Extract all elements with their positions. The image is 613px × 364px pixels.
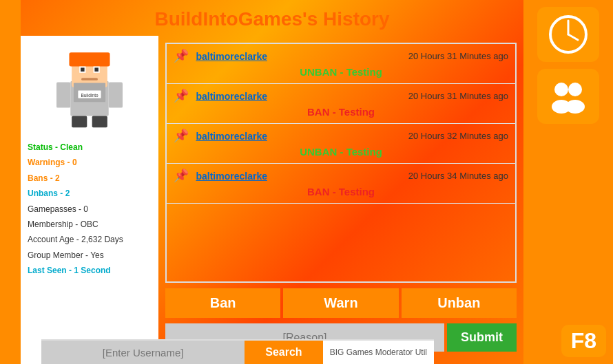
history-entry: 📌 baltimoreclarke 20 Hours 31 Minutes ag… (167, 84, 515, 124)
membership-label: Membership - OBC (28, 217, 98, 231)
history-action: BAN - Testing (174, 184, 508, 199)
submit-button[interactable]: Submit (447, 323, 517, 352)
buttons-row: Ban Warn Unban (165, 288, 517, 318)
history-entry-header: 📌 baltimoreclarke 20 Hours 31 Minutes ag… (174, 88, 508, 103)
svg-rect-2 (69, 52, 110, 66)
history-username[interactable]: baltimoreclarke (196, 91, 267, 102)
svg-point-19 (568, 83, 582, 96)
history-username[interactable]: baltimoreclarke (196, 171, 267, 182)
users-icon (537, 69, 599, 124)
history-action: BAN - Testing (174, 105, 508, 119)
f8-badge[interactable]: F8 (561, 325, 606, 357)
gamepasses-label: Gamepasses - 0 (28, 202, 88, 216)
avatar-container: BuildInto (45, 43, 134, 132)
svg-rect-9 (109, 83, 123, 108)
history-action: UNBAN - Testing (174, 144, 508, 159)
right-sidebar: F8 (523, 0, 613, 364)
svg-rect-6 (94, 67, 98, 72)
avatar: BuildInto (48, 46, 131, 129)
user-sidebar: BuildInto Status - Clean Warnings - 0 Ba… (21, 36, 158, 364)
unban-button[interactable]: Unban (402, 288, 517, 318)
ban-button[interactable]: Ban (165, 288, 280, 318)
inner-content: BuildInto Status - Clean Warnings - 0 Ba… (21, 36, 523, 364)
group-member-label: Group Member - Yes (28, 248, 104, 262)
history-entry: 📌 baltimoreclarke 20 Hours 34 Minutes ag… (167, 164, 515, 204)
history-username[interactable]: baltimoreclarke (196, 131, 267, 142)
history-entry-header: 📌 baltimoreclarke 20 Hours 32 Minutes ag… (174, 128, 508, 143)
warnings-label: Warnings - 0 (28, 156, 77, 169)
clock-icon (537, 7, 599, 62)
main-content: BuildIntoGames's History (21, 0, 523, 364)
page-title: BuildIntoGames's History (21, 0, 523, 36)
svg-rect-11 (92, 116, 107, 128)
pin-icon: 📌 (174, 89, 189, 103)
history-action: UNBAN - Testing (174, 65, 508, 79)
bans-label: Bans - 2 (28, 171, 60, 185)
svg-rect-8 (56, 83, 70, 108)
history-entry-header: 📌 baltimoreclarke 20 Hours 34 Minutes ag… (174, 168, 508, 183)
status-label: Status - Clean (28, 140, 83, 154)
util-label: BIG Games Moderator Util (323, 347, 434, 357)
history-username[interactable]: baltimoreclarke (196, 51, 267, 62)
warn-button[interactable]: Warn (283, 288, 398, 318)
pin-icon: 📌 (174, 49, 189, 63)
unbans-label: Unbans - 2 (28, 186, 70, 200)
last-seen-label: Last Seen - 1 Second (28, 264, 111, 277)
search-button[interactable]: Search (245, 341, 322, 364)
username-input[interactable] (41, 341, 245, 364)
svg-text:BuildInto: BuildInto (81, 93, 98, 98)
svg-point-18 (554, 83, 568, 96)
history-entry: 📌 baltimoreclarke 20 Hours 31 Minutes ag… (167, 44, 515, 84)
svg-rect-10 (72, 116, 87, 128)
svg-point-21 (565, 100, 585, 114)
history-scroll[interactable]: 📌 baltimoreclarke 20 Hours 31 Minutes ag… (165, 43, 517, 283)
account-age-label: Account Age - 2,632 Days (28, 233, 123, 246)
bottom-bar: Search BIG Games Moderator Util (41, 339, 434, 364)
left-strip (0, 0, 21, 364)
svg-rect-5 (81, 67, 85, 72)
history-entry-header: 📌 baltimoreclarke 20 Hours 31 Minutes ag… (174, 48, 508, 63)
history-time: 20 Hours 31 Minutes ago (408, 51, 508, 61)
history-entry: 📌 baltimoreclarke 20 Hours 32 Minutes ag… (167, 124, 515, 164)
pin-icon: 📌 (174, 169, 189, 182)
pin-icon: 📌 (174, 129, 189, 142)
history-time: 20 Hours 31 Minutes ago (408, 91, 508, 101)
history-panel: 📌 baltimoreclarke 20 Hours 31 Minutes ag… (158, 36, 523, 364)
svg-rect-7 (81, 78, 98, 81)
history-time: 20 Hours 32 Minutes ago (408, 131, 508, 141)
svg-line-17 (568, 34, 578, 40)
history-time: 20 Hours 34 Minutes ago (408, 171, 508, 181)
